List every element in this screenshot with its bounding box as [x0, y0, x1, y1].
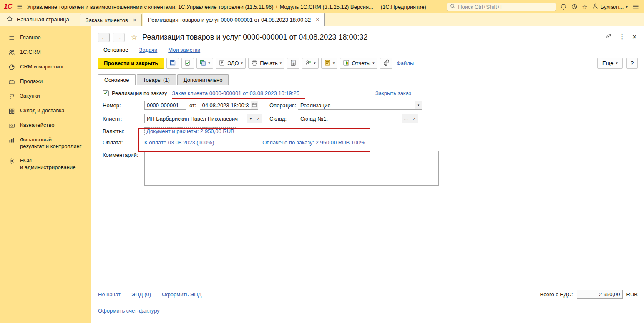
chevron-down-icon: ▾: [241, 61, 243, 65]
sidebar-item-finance[interactable]: Финансовый результат и контроллинг: [0, 133, 91, 154]
forward-arrow-icon: →: [116, 34, 121, 40]
document-nav: Основное Задачи Мои заметки: [91, 43, 644, 53]
link-icon[interactable]: [605, 33, 612, 41]
client-row: Клиент: ▾ ↗ Склад: ... ↗: [103, 114, 634, 123]
client-dropdown-button[interactable]: ▾: [247, 114, 254, 123]
chevron-down-icon: ▾: [250, 117, 252, 121]
by-order-checkbox[interactable]: ✔: [103, 90, 109, 96]
sidebar-item-main[interactable]: Главное: [0, 30, 91, 45]
edo-button[interactable]: ЭДО ▾: [216, 58, 246, 69]
reports-button[interactable]: Отчеты ▾: [340, 58, 377, 69]
printer-icon: [251, 59, 258, 67]
sidebar-item-purchases[interactable]: Закупки: [0, 89, 91, 103]
warehouse-open-button[interactable]: ↗: [410, 114, 418, 123]
save-button[interactable]: [166, 58, 179, 69]
sidebar-item-warehouse[interactable]: Склад и доставка: [0, 103, 91, 118]
close-icon[interactable]: ×: [632, 33, 637, 41]
sidebar-item-admin[interactable]: НСИ и администрирование: [0, 154, 91, 174]
client-open-button[interactable]: ↗: [254, 114, 262, 123]
user-icon: [592, 3, 599, 11]
favorite-star-icon[interactable]: ☆: [131, 33, 137, 42]
number-input[interactable]: [144, 101, 186, 110]
search-placeholder: Поиск Ctrl+Shift+F: [458, 4, 503, 10]
warehouse-select[interactable]: [298, 114, 402, 123]
open-link-icon: ↗: [412, 116, 415, 121]
tab-goods[interactable]: Товары (1): [137, 74, 176, 85]
paid-by-order-link[interactable]: Оплачено по заказу: 2 950,00 RUB 100%: [262, 139, 365, 146]
home-tab-label: Начальная страница: [17, 16, 69, 23]
sidebar-item-treasury[interactable]: Казначейство: [0, 118, 91, 133]
sidebar-item-sales[interactable]: Продажи: [0, 74, 91, 89]
banknote-icon: [8, 122, 15, 129]
search-input[interactable]: Поиск Ctrl+Shift+F: [447, 3, 556, 11]
nav-main[interactable]: Основное: [103, 47, 128, 53]
task-button[interactable]: ▾: [321, 58, 338, 69]
home-icon: [6, 15, 13, 23]
main-menu-button[interactable]: [16, 3, 23, 10]
order-row: ✔ Реализация по заказу Заказ клиента 000…: [103, 90, 634, 96]
operation-select[interactable]: [298, 101, 415, 110]
more-dots-icon[interactable]: ⋮: [619, 33, 625, 40]
sidebar-item-crm[interactable]: 1С:CRM: [0, 45, 91, 60]
close-icon[interactable]: ×: [316, 17, 319, 23]
invoice-link[interactable]: Оформить счет-фактуру: [98, 308, 160, 314]
order-link[interactable]: Заказ клиента 0000-000001 от 03.08.2023 …: [172, 90, 299, 96]
close-icon[interactable]: ×: [133, 17, 136, 23]
invoice-row: Оформить счет-фактуру: [98, 308, 638, 314]
favorites-button[interactable]: ☆: [582, 4, 587, 10]
total-input[interactable]: [577, 290, 623, 299]
history-button[interactable]: [571, 3, 578, 10]
create-based-on-button[interactable]: ▾: [196, 58, 213, 69]
currencies-link[interactable]: Документ и расчеты: 2 950,00 RUB: [144, 127, 236, 135]
service-menu-button[interactable]: [632, 3, 639, 10]
calculator-button[interactable]: [287, 58, 299, 69]
tab-label: Реализация товаров и услуг 0000-000001 о…: [148, 17, 311, 23]
date-input[interactable]: [200, 101, 251, 110]
app-title: Управление торговлей и взаимоотношениями…: [27, 4, 443, 10]
tab-main[interactable]: Основное: [98, 74, 136, 85]
attachment-button[interactable]: [380, 58, 392, 69]
chevron-down-icon: ▾: [372, 61, 375, 65]
help-button[interactable]: ?: [626, 58, 638, 69]
currencies-label: Валюты:: [103, 128, 144, 134]
notifications-button[interactable]: [560, 3, 567, 10]
save-icon: [169, 59, 176, 67]
warehouse-choose-button[interactable]: ...: [402, 114, 410, 123]
search-icon: [450, 3, 455, 10]
nav-notes[interactable]: Мои заметки: [168, 47, 200, 53]
files-link[interactable]: Файлы: [397, 60, 414, 66]
bell-icon: [560, 3, 567, 10]
number-label: Номер:: [103, 102, 144, 109]
forward-button[interactable]: →: [113, 33, 125, 42]
document-footer: Не начат ЭПД (0) Оформить ЭПД Всего с НД…: [98, 290, 638, 299]
crm-contact-button[interactable]: ▾: [302, 58, 319, 69]
tab-customer-orders[interactable]: Заказы клиентов ×: [80, 14, 142, 26]
calendar-button[interactable]: [251, 101, 258, 110]
user-menu[interactable]: Бухгалт... ▾: [592, 3, 628, 11]
hamburger-icon: [16, 3, 23, 10]
close-order-link[interactable]: Закрыть заказ: [375, 90, 411, 96]
client-select[interactable]: [144, 114, 247, 123]
sidebar-item-marketing[interactable]: CRM и маркетинг: [0, 60, 91, 74]
currencies-row: Валюты: Документ и расчеты: 2 950,00 RUB: [103, 127, 634, 135]
sidebar-item-label: НСИ и администрирование: [20, 157, 75, 171]
tab-additional[interactable]: Дополнительно: [177, 74, 229, 85]
task-document-icon: [324, 59, 331, 67]
epd-link[interactable]: ЭПД (0): [131, 291, 151, 298]
comment-textarea[interactable]: [144, 151, 439, 186]
post-document-icon: [184, 59, 191, 67]
back-button[interactable]: ←: [98, 33, 110, 42]
post-button[interactable]: [181, 58, 194, 69]
home-tab[interactable]: Начальная страница: [0, 13, 80, 26]
sidebar-item-label: Главное: [20, 34, 41, 41]
epd-create-link[interactable]: Оформить ЭПД: [162, 291, 201, 298]
payment-due-link[interactable]: К оплате 03.08.2023 (100%): [144, 139, 214, 146]
nav-tasks[interactable]: Задачи: [139, 47, 158, 53]
print-button[interactable]: Печать ▾: [248, 58, 284, 69]
operation-dropdown-button[interactable]: ▾: [415, 101, 422, 110]
status-link[interactable]: Не начат: [98, 291, 121, 298]
more-button[interactable]: Еще ▾: [597, 58, 623, 69]
post-and-close-button[interactable]: Провести и закрыть: [98, 58, 164, 69]
sidebar-item-label: CRM и маркетинг: [20, 63, 64, 70]
tab-realization[interactable]: Реализация товаров и услуг 0000-000001 о…: [143, 13, 325, 26]
